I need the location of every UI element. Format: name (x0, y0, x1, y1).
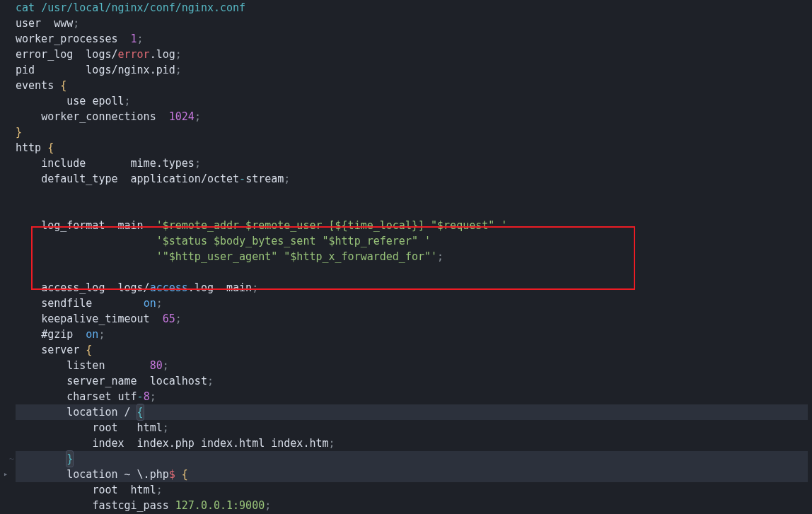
semicolon: ; (175, 313, 182, 325)
code-line[interactable]: '$status $body_bytes_sent "$http_referer… (16, 233, 808, 249)
token: 1024 (169, 110, 195, 123)
token (16, 359, 66, 372)
semicolon: ; (150, 390, 156, 403)
fold-mark: ▸ (1, 467, 10, 482)
token (92, 297, 143, 310)
token (16, 281, 41, 294)
token (16, 375, 66, 387)
brace: { (60, 79, 66, 92)
brace: } (16, 126, 22, 139)
token (131, 406, 137, 419)
code-line[interactable] (16, 187, 808, 202)
token: pid (16, 64, 35, 76)
code-line[interactable]: location / { (16, 404, 808, 420)
code-line[interactable]: access_log logs/access.log main; (16, 280, 808, 296)
token: root (92, 421, 117, 434)
code-line[interactable]: server { (16, 342, 808, 358)
code-line[interactable]: log_format main '$remote_addr $remote_us… (16, 218, 808, 233)
token: include (41, 157, 86, 170)
code-line[interactable]: #gzip on; (16, 327, 808, 342)
token (16, 437, 92, 450)
code-editor[interactable]: cat /usr/local/nginx/conf/nginx.conf use… (11, 0, 812, 513)
brace-match: { (137, 404, 144, 420)
code-line[interactable]: index index.php index.html index.htm; (16, 436, 808, 451)
semicolon: ; (252, 281, 258, 294)
code-line[interactable]: user www; (16, 16, 808, 31)
token: 1 (131, 33, 137, 45)
code-line[interactable]: http { (16, 140, 808, 156)
token (16, 421, 92, 434)
token: '"$http_user_agent" "$http_x_forwarded_f… (156, 250, 437, 263)
token: http (16, 141, 41, 154)
token (118, 421, 137, 434)
token (150, 313, 163, 325)
token (16, 110, 41, 123)
code-line[interactable]: } (16, 124, 808, 140)
token: access_log (41, 281, 105, 294)
token (54, 79, 60, 92)
code-line[interactable]: location ~ \.php$ { (16, 467, 808, 482)
token: html (131, 484, 156, 496)
code-line[interactable]: listen 80; (16, 358, 808, 373)
token (86, 157, 130, 170)
token (41, 141, 47, 154)
token (156, 110, 169, 123)
code-line[interactable]: '"$http_user_agent" "$http_x_forwarded_f… (16, 249, 808, 264)
token: charset (66, 390, 111, 403)
code-line[interactable] (16, 202, 808, 218)
code-line[interactable]: pid logs/nginx.pid; (16, 62, 808, 78)
code-line[interactable]: worker_processes 1; (16, 31, 808, 47)
code-line[interactable]: cat /usr/local/nginx/conf/nginx.conf (16, 0, 808, 16)
token: logs/ (118, 281, 150, 294)
token: use (66, 95, 86, 107)
token: / (124, 406, 131, 419)
code-line[interactable]: include mime.types; (16, 156, 808, 171)
token: - (137, 390, 144, 403)
code-line[interactable]: error_log logs/error.log; (16, 47, 808, 62)
token (35, 64, 86, 76)
token: main (118, 219, 144, 232)
token (118, 33, 131, 45)
token: stream (245, 173, 284, 185)
token (105, 219, 117, 232)
token (144, 219, 156, 232)
token (16, 499, 92, 512)
token: $ (169, 468, 175, 481)
token: logs/ (86, 48, 117, 61)
code-line[interactable]: root html; (16, 482, 808, 498)
token: keepalive_timeout (41, 313, 150, 325)
semicolon: ; (137, 33, 144, 45)
code-line[interactable]: sendfile on; (16, 296, 808, 311)
code-line[interactable]: charset utf-8; (16, 389, 808, 404)
semicolon: ; (124, 95, 131, 107)
token (16, 344, 41, 356)
semicolon: ; (207, 375, 214, 387)
code-line[interactable]: root html; (16, 420, 808, 436)
code-line[interactable]: server_name localhost; (16, 373, 808, 389)
code-line[interactable]: use epoll; (16, 93, 808, 109)
token: sendfile (41, 297, 92, 310)
code-line[interactable]: default_type application/octet-stream; (16, 171, 808, 187)
semicolon: ; (175, 64, 182, 76)
code-line[interactable]: keepalive_timeout 65; (16, 311, 808, 327)
code-line[interactable]: ~ } (16, 451, 808, 467)
semicolon: ; (195, 157, 201, 170)
token: on (86, 328, 98, 341)
code-line[interactable]: fastcgi_pass 127.0.0.1:9000; (16, 498, 808, 513)
brace: { (47, 141, 54, 154)
token: events (16, 79, 54, 92)
token: server (41, 344, 79, 356)
token: server_name (66, 375, 137, 387)
token: user (16, 17, 41, 30)
token (16, 95, 66, 107)
brace-match: } (66, 451, 73, 467)
semicolon: ; (284, 173, 290, 185)
code-line[interactable] (16, 264, 808, 280)
token: 127.0.0.1:9000 (175, 499, 265, 512)
token (105, 281, 117, 294)
code-line[interactable]: events { (16, 78, 808, 93)
token: worker_connections (41, 110, 156, 123)
brace: { (86, 344, 92, 356)
code-line[interactable]: worker_connections 1024; (16, 109, 808, 124)
token: location ~ \.php (66, 468, 169, 481)
